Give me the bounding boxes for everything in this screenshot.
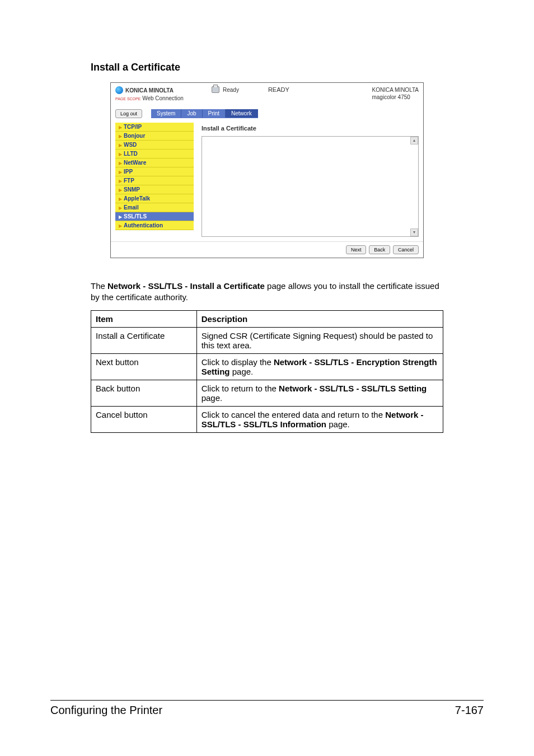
desc-cell: Click to return to the Network - SSL/TLS… xyxy=(196,380,443,406)
sidebar-item-netware[interactable]: ▶NetWare xyxy=(115,158,194,167)
back-button[interactable]: Back xyxy=(369,245,390,254)
content-title: Install a Certificate xyxy=(202,123,419,136)
table-row: Back button Click to return to the Netwo… xyxy=(91,380,443,406)
brand-name: KONICA MINOLTA xyxy=(125,87,174,94)
table-header-description: Description xyxy=(196,310,443,327)
scroll-down-icon[interactable]: ▾ xyxy=(410,228,418,236)
desc-cell: Click to cancel the entered data and ret… xyxy=(196,406,443,432)
footer-left: Configuring the Printer xyxy=(50,704,162,717)
desc-cell: Click to display the Network - SSL/TLS -… xyxy=(196,353,443,380)
desc-cell: Signed CSR (Certificate Signing Request)… xyxy=(196,327,443,353)
sidebar-item-ipp[interactable]: ▶IPP xyxy=(115,167,194,176)
status-big: READY xyxy=(268,86,289,93)
sidebar-item-wsd[interactable]: ▶WSD xyxy=(115,141,194,150)
sidebar-item-ftp[interactable]: ▶FTP xyxy=(115,176,194,185)
model-line1: KONICA MINOLTA xyxy=(372,86,419,94)
table-row: Next button Click to display the Network… xyxy=(91,353,443,380)
scroll-up-icon[interactable]: ▴ xyxy=(410,137,418,144)
body-paragraph: The Network - SSL/TLS - Install a Certif… xyxy=(91,281,443,304)
sidebar-item-snmp[interactable]: ▶SNMP xyxy=(115,185,194,194)
page-footer: Configuring the Printer 7-167 xyxy=(50,700,484,717)
sidebar-item-ssltls[interactable]: ▶SSL/TLS xyxy=(115,212,194,221)
sidebar-item-email[interactable]: ▶Email xyxy=(115,203,194,212)
logout-button[interactable]: Log out xyxy=(115,109,142,118)
item-cell: Install a Certificate xyxy=(91,327,197,353)
item-cell: Cancel button xyxy=(91,406,197,432)
item-cell: Next button xyxy=(91,353,197,380)
certificate-textarea[interactable]: ▴ ▾ xyxy=(202,136,419,237)
table-row: Cancel button Click to cancel the entere… xyxy=(91,406,443,432)
tab-print[interactable]: Print xyxy=(203,109,226,118)
web-connection-label: Web Connection xyxy=(140,95,184,101)
sidebar-item-lltd[interactable]: ▶LLTD xyxy=(115,150,194,158)
sidebar: ▶TCP/IP ▶Bonjour ▶WSD ▶LLTD ▶NetWare ▶IP… xyxy=(115,123,194,237)
tab-job[interactable]: Job xyxy=(181,109,202,118)
sidebar-item-appletalk[interactable]: ▶AppleTalk xyxy=(115,194,194,203)
sidebar-item-authentication[interactable]: ▶Authentication xyxy=(115,221,194,230)
status-small: Ready xyxy=(223,87,239,93)
printer-icon xyxy=(212,86,219,93)
tab-network[interactable]: Network xyxy=(226,109,258,118)
globe-icon xyxy=(115,86,123,94)
cancel-button[interactable]: Cancel xyxy=(393,245,419,254)
next-button[interactable]: Next xyxy=(346,245,367,254)
footer-right: 7-167 xyxy=(455,704,484,717)
description-table: Item Description Install a Certificate S… xyxy=(91,310,443,433)
tab-system[interactable]: System xyxy=(151,109,181,118)
embedded-screenshot: KONICA MINOLTA PAGE SCOPE Web Connection… xyxy=(110,82,424,258)
sidebar-item-bonjour[interactable]: ▶Bonjour xyxy=(115,132,194,141)
table-header-item: Item xyxy=(91,310,197,327)
item-cell: Back button xyxy=(91,380,197,406)
sidebar-item-tcpip[interactable]: ▶TCP/IP xyxy=(115,123,194,132)
pagescope-label: PAGE SCOPE xyxy=(115,97,140,101)
tabs: System Job Print Network xyxy=(151,109,258,118)
model-line2: magicolor 4750 xyxy=(372,94,419,101)
table-row: Install a Certificate Signed CSR (Certif… xyxy=(91,327,443,353)
section-heading: Install a Certificate xyxy=(91,62,443,73)
